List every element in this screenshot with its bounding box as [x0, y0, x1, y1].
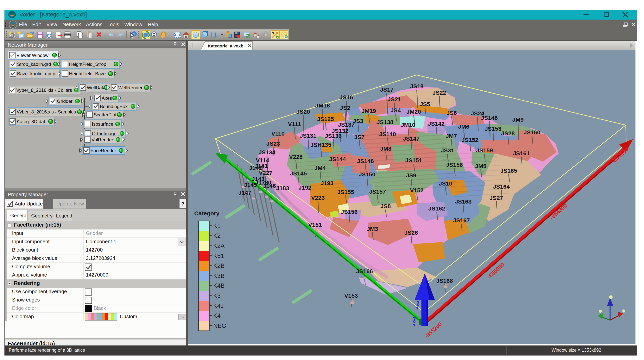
svg-text:JS16: JS16 — [340, 94, 353, 101]
svg-text:JS147: JS147 — [403, 135, 420, 142]
svg-text:JS161: JS161 — [513, 150, 530, 157]
svg-text:JS164: JS164 — [493, 183, 510, 190]
svg-text:K3: K3 — [213, 292, 220, 299]
svg-text:JM4: JM4 — [314, 165, 326, 171]
svg-text:NEG: NEG — [213, 323, 226, 329]
svg-text:K3B: K3B — [213, 272, 225, 279]
svg-text:JM6: JM6 — [458, 123, 469, 130]
svg-text:JS2: JS2 — [340, 105, 350, 111]
svg-text:JS165: JS165 — [500, 168, 517, 174]
svg-text:JS160: JS160 — [524, 129, 540, 136]
svg-text:JS6: JS6 — [446, 110, 457, 116]
svg-text:BoundingBox: BoundingBox — [100, 104, 128, 109]
svg-text:K2B: K2B — [213, 262, 225, 269]
svg-text:JS136: JS136 — [325, 133, 342, 139]
svg-text:JM19: JM19 — [361, 108, 376, 114]
svg-text:JS26: JS26 — [404, 229, 418, 236]
svg-text:JM5: JM5 — [475, 163, 486, 169]
svg-text:K2: K2 — [213, 232, 220, 239]
svg-text:J147: J147 — [238, 189, 252, 196]
svg-text:V153: V153 — [344, 292, 358, 299]
svg-text:JSH135: JSH135 — [310, 142, 331, 148]
svg-text:JS150: JS150 — [359, 171, 376, 178]
svg-text:K4B: K4B — [213, 282, 225, 289]
svg-text:JM18: JM18 — [315, 102, 330, 109]
svg-text:Isosurface: Isosurface — [92, 121, 114, 127]
svg-text:JS9: JS9 — [406, 172, 416, 179]
svg-text:J146: J146 — [263, 182, 276, 189]
svg-text:JM7: JM7 — [446, 133, 457, 139]
svg-text:FaceRender: FaceRender — [90, 148, 116, 153]
svg-text:JS168: JS168 — [436, 278, 453, 284]
svg-text:JS134: JS134 — [258, 149, 276, 156]
svg-text:JS158: JS158 — [446, 162, 463, 168]
svg-text:WellData: WellData — [87, 85, 106, 90]
svg-text:HeightField_Strop: HeightField_Strop — [69, 62, 106, 67]
svg-text:JS28: JS28 — [501, 130, 515, 137]
svg-text:Kategorie_a.voxb: Kategorie_a.voxb — [208, 44, 243, 48]
svg-text:JS166: JS166 — [356, 268, 373, 274]
svg-text:V151: V151 — [308, 221, 322, 228]
svg-text:HeightField_Baze: HeightField_Baze — [69, 71, 106, 76]
svg-text:ScatterPlot: ScatterPlot — [94, 112, 116, 117]
svg-text:JS131: JS131 — [300, 133, 316, 139]
svg-text:Vyber_8_2016.xls - Samples: Vyber_8_2016.xls - Samples — [17, 109, 76, 114]
svg-text:JS7: JS7 — [354, 134, 364, 140]
svg-text:Vyber_8_2016.xls - Collars: Vyber_8_2016.xls - Collars — [16, 88, 72, 93]
svg-text:JS31: JS31 — [441, 147, 454, 154]
svg-text:JS159: JS159 — [476, 147, 493, 154]
svg-text:Gridder: Gridder — [57, 99, 72, 104]
svg-text:V111: V111 — [288, 121, 301, 127]
svg-text:Strop_kaolin.grd: Strop_kaolin.grd — [17, 62, 51, 67]
svg-text:JM3: JM3 — [367, 226, 378, 232]
svg-text:JS20: JS20 — [296, 108, 310, 115]
svg-text:JS17: JS17 — [380, 86, 394, 93]
svg-text:JS18: JS18 — [410, 83, 424, 89]
svg-text:-855000: -855000 — [486, 261, 506, 280]
svg-text:JS148: JS148 — [481, 115, 498, 121]
svg-text:JS21: JS21 — [388, 96, 401, 102]
svg-text:K1: K1 — [213, 222, 220, 229]
svg-text:JS5: JS5 — [420, 101, 430, 107]
svg-text:K4: K4 — [213, 312, 220, 319]
svg-text:JS142: JS142 — [428, 120, 445, 127]
svg-text:K2A: K2A — [213, 242, 225, 249]
svg-text:Baze_kaolin_upr.gr: Baze_kaolin_upr.gr — [17, 71, 57, 76]
svg-text:JS23: JS23 — [266, 140, 280, 147]
svg-text:VolRender: VolRender — [92, 137, 113, 142]
svg-text:JS152: JS152 — [462, 137, 478, 143]
svg-text:Axes: Axes — [102, 95, 112, 101]
svg-text:JS4: JS4 — [390, 107, 401, 114]
svg-text:JS167: JS167 — [453, 217, 470, 223]
svg-text:JS153: JS153 — [485, 126, 502, 132]
svg-text:JS144: JS144 — [329, 156, 346, 162]
svg-text:JS137: JS137 — [338, 121, 355, 128]
svg-text:J145: J145 — [244, 182, 257, 188]
svg-text:Viewer Window: Viewer Window — [16, 53, 49, 58]
svg-text:V152: V152 — [410, 187, 424, 193]
svg-text:K51: K51 — [213, 252, 224, 259]
svg-text:J183: J183 — [276, 185, 289, 191]
svg-text:JS157: JS157 — [369, 188, 386, 195]
svg-text:JS27: JS27 — [490, 195, 503, 201]
svg-text:JS22: JS22 — [432, 89, 446, 96]
svg-text:V228: V228 — [289, 154, 302, 160]
svg-text:JS145: JS145 — [290, 170, 307, 177]
svg-text:Category: Category — [194, 210, 220, 216]
svg-text:JS162: JS162 — [428, 205, 445, 212]
svg-text:V110: V110 — [272, 130, 284, 137]
svg-text:JM10: JM10 — [401, 122, 415, 128]
svg-text:JS151: JS151 — [405, 157, 422, 164]
svg-text:Kateg_3D.dat: Kateg_3D.dat — [17, 119, 45, 124]
svg-text:JS10: JS10 — [439, 180, 452, 187]
svg-text:JS125: JS125 — [317, 116, 334, 122]
svg-text:J193: J193 — [321, 180, 334, 186]
svg-text:JS163: JS163 — [455, 198, 472, 205]
svg-text:JM8: JM8 — [380, 146, 392, 152]
svg-text:JM9: JM9 — [512, 116, 524, 123]
svg-text:JS155: JS155 — [337, 189, 354, 195]
svg-text:JM20: JM20 — [406, 108, 421, 115]
svg-text:JS140: JS140 — [379, 131, 396, 137]
svg-text:K4J: K4J — [213, 303, 224, 309]
svg-text:JS156: JS156 — [341, 208, 358, 215]
